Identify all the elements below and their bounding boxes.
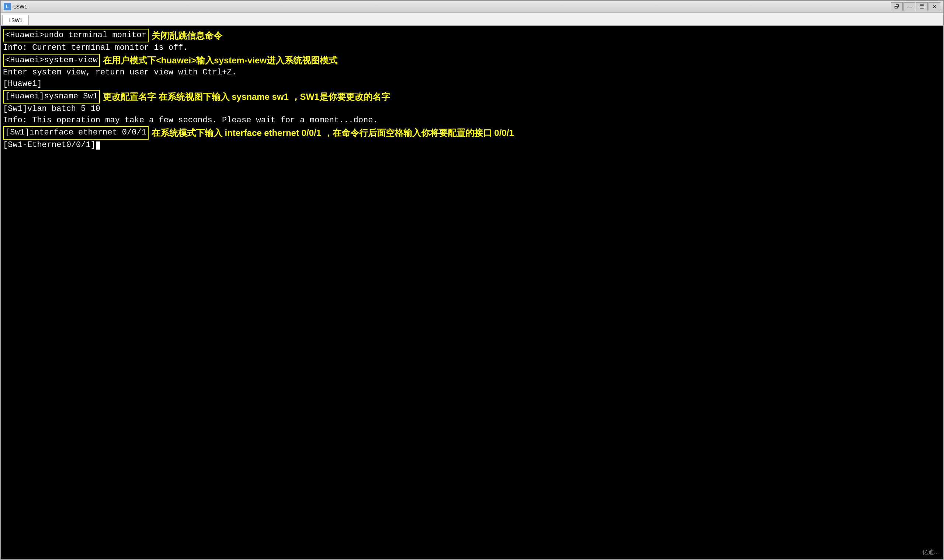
line-8: Info: This operation may take a few seco… (3, 115, 941, 126)
cmd-undo-terminal: <Huawei>undo terminal monitor (3, 29, 149, 42)
watermark: 亿迪... (922, 549, 939, 556)
line-1: <Huawei>undo terminal monitor 关闭乱跳信息命令 (3, 29, 941, 42)
line-7: [Sw1]vlan batch 5 10 (3, 103, 941, 115)
line-10: [Sw1-Ethernet0/0/1] (3, 140, 941, 151)
main-window: L LSW1 🗗 — 🗖 ✕ LSW1 <Huawei>undo termina… (0, 0, 944, 560)
terminal-content: <Huawei>undo terminal monitor 关闭乱跳信息命令 I… (3, 29, 941, 151)
text-enter-sysview: Enter system view, return user view with… (3, 67, 237, 78)
line-5: [Huawei] (3, 78, 941, 90)
cmd-sysname: [Huawei]sysname Sw1 (3, 90, 100, 103)
restore-button[interactable]: 🗗 (891, 2, 903, 11)
minimize-button[interactable]: — (904, 2, 915, 11)
text-monitor-off: Info: Current terminal monitor is off. (3, 42, 188, 54)
text-vlan-batch: [Sw1]vlan batch 5 10 (3, 103, 100, 115)
tab-lsw1[interactable]: LSW1 (2, 15, 29, 25)
line-6: [Huawei]sysname Sw1 更改配置名字 在系统视图下输入 sysn… (3, 90, 941, 103)
annotation-1: 关闭乱跳信息命令 (151, 29, 222, 42)
cmd-system-view: <Huawei>system-view (3, 54, 100, 68)
annotation-4: 在系统模式下输入 interface ethernet 0/0/1 ，在命令行后… (151, 127, 514, 139)
line-9: [Sw1]interface ethernet 0/0/1 在系统模式下输入 i… (3, 126, 941, 140)
cursor (96, 142, 100, 149)
text-huawei-prompt: [Huawei] (3, 78, 42, 90)
text-operation-info: Info: This operation may take a few seco… (3, 115, 378, 126)
annotation-2: 在用户模式下<huawei>输入system-view进入系统视图模式 (103, 54, 338, 67)
line-2: Info: Current terminal monitor is off. (3, 42, 941, 54)
line-3: <Huawei>system-view 在用户模式下<huawei>输入syst… (3, 54, 941, 68)
tab-bar: LSW1 (1, 12, 943, 26)
line-4: Enter system view, return user view with… (3, 67, 941, 78)
terminal-area[interactable]: <Huawei>undo terminal monitor 关闭乱跳信息命令 I… (1, 26, 943, 559)
title-bar: L LSW1 🗗 — 🗖 ✕ (1, 1, 943, 12)
annotation-3: 更改配置名字 在系统视图下输入 sysname sw1 ，SW1是你要更改的名字 (103, 91, 390, 103)
window-icon: L (4, 3, 11, 10)
text-eth-prompt: [Sw1-Ethernet0/0/1] (3, 140, 96, 151)
window-controls: 🗗 — 🗖 ✕ (891, 2, 940, 11)
close-button[interactable]: ✕ (929, 2, 940, 11)
window-title: LSW1 (13, 4, 891, 9)
maximize-button[interactable]: 🗖 (916, 2, 928, 11)
cmd-interface-eth: [Sw1]interface ethernet 0/0/1 (3, 126, 149, 140)
